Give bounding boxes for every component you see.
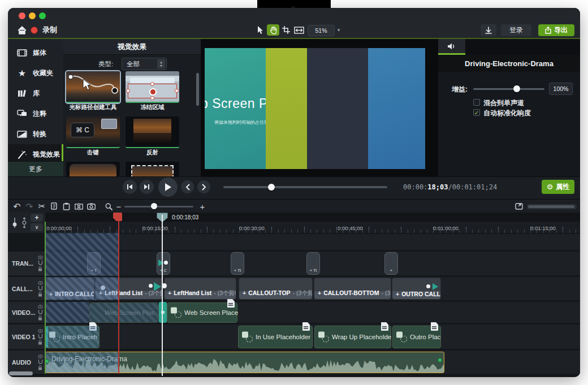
video-clip-dimmed[interactable]: Web Screen Plac — [89, 302, 159, 323]
timeline-selection-region[interactable] — [45, 302, 89, 323]
audio-tab[interactable] — [438, 39, 465, 55]
video-clip[interactable]: Intro Placeh — [45, 326, 100, 348]
callout-clip[interactable]: +CALLOUT-BOTTOM- (3个剪辑) — [314, 278, 391, 300]
split-button[interactable] — [73, 201, 84, 212]
scale-to-fit-tool[interactable] — [293, 24, 305, 36]
audio-point-right[interactable] — [438, 358, 442, 362]
sidebar-item-favorites[interactable]: ★ 收藏夹 — [8, 63, 63, 83]
eye-icon[interactable] — [38, 305, 43, 309]
copy-button[interactable] — [49, 201, 60, 212]
play-button[interactable] — [158, 178, 178, 197]
track-lane-empty[interactable] — [45, 234, 580, 250]
track-header-video2[interactable]: VIDEO... — [8, 302, 45, 323]
detach-timeline-button[interactable] — [513, 201, 525, 212]
normalize-checkbox[interactable]: ✓ — [473, 109, 480, 116]
audio-clip[interactable]: Driving-Electronic-Drama — [45, 352, 444, 373]
paste-button[interactable] — [60, 201, 72, 212]
effect-thumb-freeze-region[interactable] — [126, 71, 179, 103]
callout-clip[interactable]: +OUTRO CALLOUT — [392, 278, 441, 300]
transition-clip[interactable]: + Tl — [306, 252, 320, 275]
timeline-bottom-scrollbar[interactable] — [9, 371, 33, 375]
redo-button[interactable]: ↷ — [24, 201, 35, 212]
properties-button[interactable]: ⚙ 属性 — [542, 180, 574, 194]
transition-clip[interactable]: + Tl — [231, 252, 244, 275]
zoom-in-button[interactable]: + — [197, 201, 208, 212]
effect-thumb-keystrokes[interactable]: ⌘ C — [66, 116, 120, 148]
timeline-selection-region[interactable] — [45, 233, 119, 276]
sidebar-item-library[interactable]: 库 — [8, 83, 63, 103]
home-button[interactable] — [16, 24, 28, 36]
zoom-caret-icon[interactable]: ▾ — [335, 24, 343, 36]
zoom-level-select[interactable]: 51% — [308, 25, 335, 36]
loop-icon[interactable] — [38, 360, 43, 364]
crop-tool[interactable] — [280, 24, 292, 36]
cursor-tool[interactable] — [254, 24, 266, 36]
login-button[interactable]: 登录 — [501, 24, 531, 36]
gain-value[interactable]: 100% — [549, 83, 573, 95]
track-header-video1[interactable]: VIDEO 1 — [8, 325, 45, 349]
export-button[interactable]: 导出 — [538, 24, 574, 36]
minimize-button[interactable] — [29, 12, 36, 19]
scrubber-track[interactable] — [223, 186, 387, 188]
screenshot-button[interactable] — [85, 201, 97, 212]
track-lane-video1[interactable] — [45, 325, 580, 349]
playhead-line[interactable] — [162, 215, 163, 376]
close-button[interactable] — [19, 12, 25, 19]
loop-icon[interactable] — [38, 286, 43, 291]
mono-checkbox[interactable] — [473, 99, 480, 106]
sidebar-item-annotations[interactable]: 注释 — [8, 103, 63, 124]
effect-thumb-partial-2[interactable] — [126, 162, 179, 176]
sidebar-item-media[interactable]: 媒体 — [8, 42, 63, 63]
track-header-audio[interactable]: AUDIO — [8, 351, 45, 374]
lock-icon[interactable] — [38, 365, 42, 370]
video-clip[interactable]: Web Screen Place — [167, 302, 237, 323]
eye-icon[interactable] — [38, 281, 43, 285]
loop-icon[interactable] — [38, 334, 43, 339]
gain-slider-thumb[interactable] — [513, 85, 520, 92]
eye-icon[interactable] — [38, 329, 43, 333]
video-clip[interactable]: Wrap Up Placeholde — [314, 326, 391, 348]
selection-end-line[interactable] — [118, 220, 119, 374]
timeline-ruler[interactable] — [45, 222, 580, 233]
track-height-toggle-icon[interactable] — [11, 217, 18, 228]
pan-tool[interactable] — [267, 24, 279, 36]
next-marker-button[interactable] — [197, 180, 210, 193]
collapse-tracks-button[interactable]: ∨ — [31, 223, 43, 231]
timeline-zoom-thumb[interactable] — [151, 203, 157, 209]
step-forward-button[interactable] — [140, 180, 154, 194]
transition-clip[interactable]: + C — [157, 252, 170, 275]
loop-icon[interactable] — [38, 310, 43, 314]
effect-thumb-partial-1[interactable] — [66, 162, 120, 176]
download-button[interactable] — [481, 24, 496, 36]
undo-button[interactable]: ↶ — [11, 201, 23, 212]
lock-icon[interactable] — [38, 266, 42, 271]
sidebar-more-button[interactable]: 更多 — [8, 161, 63, 176]
transition-clip[interactable]: + — [384, 252, 398, 275]
previous-marker-button[interactable] — [181, 180, 194, 193]
video-clip[interactable]: Outro Plac — [392, 326, 441, 348]
track-header-callouts[interactable]: CALL... — [8, 277, 45, 300]
zoom-button[interactable] — [39, 12, 46, 19]
lock-icon[interactable] — [38, 315, 42, 321]
effect-thumb-reflection[interactable] — [126, 116, 179, 148]
timeline-zoom-slider[interactable] — [124, 206, 193, 207]
effects-scrollbar[interactable] — [196, 73, 199, 106]
timeline-selection-region[interactable] — [45, 277, 119, 300]
gain-slider[interactable] — [473, 88, 544, 90]
loop-icon[interactable] — [38, 261, 43, 265]
track-header-transitions[interactable]: TRAN... — [8, 252, 45, 275]
sidebar-item-transitions[interactable]: 转换 — [8, 124, 63, 144]
scrubber-thumb[interactable] — [268, 184, 275, 191]
effect-type-select[interactable]: 全部 ▴▾ — [122, 58, 167, 70]
step-back-button[interactable] — [123, 180, 137, 194]
record-button[interactable]: 录制 — [31, 24, 70, 36]
cut-button[interactable]: ✂ — [36, 201, 47, 212]
preview-canvas[interactable]: b Screen Place 将媒体拖到时间轴的占位符上。 — [205, 48, 425, 169]
effect-thumb-cursor-path[interactable] — [66, 71, 120, 103]
video-clip[interactable]: In Use Placeholder — [238, 326, 313, 348]
clip-trim-handle[interactable] — [159, 302, 167, 323]
zoom-out-button[interactable]: − — [113, 201, 124, 212]
lock-icon[interactable] — [38, 340, 42, 345]
track-zoom-icon[interactable] — [20, 217, 28, 228]
callout-clip[interactable]: +CALLOUT-TOP- (3个剪辑) — [239, 278, 313, 300]
